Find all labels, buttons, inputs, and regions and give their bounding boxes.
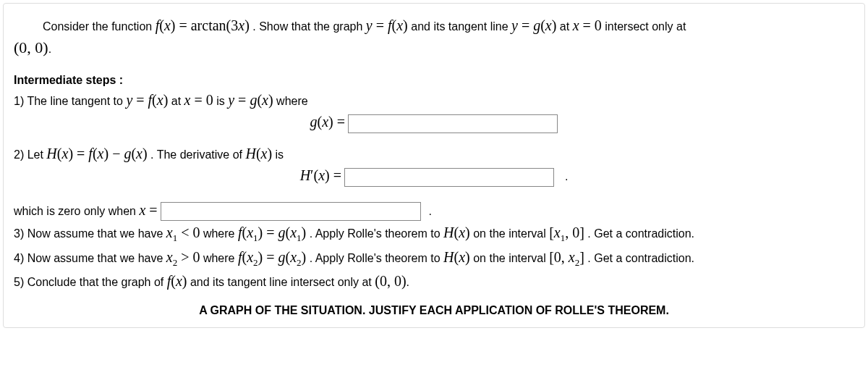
- step3-mid3: on the interval: [473, 227, 549, 240]
- step2-eq-row: H′(x) = .: [14, 165, 854, 187]
- step3-line: 3) Now assume that we have x1 < 0 where …: [14, 222, 854, 245]
- problem-card: Consider the function arctan f(x) = arct…: [3, 3, 865, 328]
- step5-fx: f(x): [167, 273, 187, 289]
- step1-lead: 1) The line tangent to: [14, 95, 126, 107]
- step1-line: 1) The line tangent to y = f(x) at x = 0…: [14, 90, 854, 110]
- intro-yfx: y = f(x): [366, 17, 408, 33]
- step3-tail: . Get a contradiction.: [587, 227, 694, 240]
- step2-Hdef: H(x) = f(x) − g(x): [46, 146, 147, 161]
- step1-mid2: is: [216, 95, 228, 107]
- step4-mid3: on the interval: [473, 252, 549, 264]
- step2-lead: 2) Let: [14, 148, 46, 161]
- step3-mid2: . Apply Rolle's theorem to: [310, 227, 443, 240]
- intro-x0: x = 0: [573, 17, 602, 33]
- intro-lead: Consider the function: [43, 20, 156, 33]
- step1-ygx: y = g(x): [228, 92, 273, 108]
- which-lead: which is zero only when: [14, 205, 139, 217]
- intro-ygx: y = g(x): [511, 17, 556, 33]
- step1-eq-row: g(x) =: [14, 112, 854, 133]
- step4-x2: x2 > 0: [166, 249, 200, 265]
- step2-mid2: is: [276, 148, 284, 161]
- step4-tail: . Get a contradiction.: [587, 252, 694, 264]
- which-xeq: x =: [139, 202, 157, 218]
- step2-Hprime-eq: H′(x) =: [300, 167, 341, 183]
- step4-mid1: where: [203, 252, 238, 264]
- step2-line: 2) Let H(x) = f(x) − g(x) . The derivati…: [14, 143, 854, 164]
- intro-mid2: and its tangent line: [411, 20, 511, 33]
- step1-mid3: where: [276, 95, 308, 107]
- steps-header: Intermediate steps :: [14, 72, 854, 88]
- step1-gx-input[interactable]: [348, 114, 558, 133]
- intro-mid1: . Show that the graph: [252, 20, 366, 33]
- step5-period: .: [407, 276, 409, 288]
- step3-x1: x1 < 0: [166, 224, 200, 240]
- step3-mid1: where: [203, 227, 238, 240]
- intro-origin: (0, 0): [14, 38, 48, 56]
- step4-lead: 4) Now assume that we have: [14, 252, 166, 264]
- footer-instruction: A GRAPH OF THE SITUATION. JUSTIFY EACH A…: [14, 303, 854, 319]
- step2-Hprime-input[interactable]: [344, 168, 554, 187]
- intro-mid4: intersect only at: [605, 20, 686, 33]
- step4-line: 4) Now assume that we have x2 > 0 where …: [14, 247, 854, 269]
- step2-period: .: [565, 170, 568, 182]
- step1-x0: x = 0: [184, 92, 213, 108]
- step4-int: [0, x2]: [549, 249, 584, 265]
- step4-mid2: . Apply Rolle's theorem to: [310, 252, 443, 264]
- which-line: which is zero only when x = .: [14, 200, 854, 222]
- intro-mid3: at: [560, 20, 573, 33]
- intro-origin-line: (0, 0).: [14, 37, 854, 59]
- step4-Hx: H(x): [443, 249, 470, 265]
- step5-lead: 5) Conclude that the graph of: [14, 276, 167, 288]
- step1-mid1: at: [171, 95, 184, 107]
- step5-origin: (0, 0): [375, 273, 406, 289]
- step2-mid1: . The derivative of: [150, 148, 245, 161]
- step4-fx2: f(x2) = g(x2): [238, 249, 306, 265]
- which-x-input[interactable]: [161, 202, 421, 221]
- which-period: .: [429, 205, 432, 217]
- intro-fdef-full: f(x) = arctan(3x): [156, 17, 250, 33]
- step3-Hx: H(x): [443, 224, 470, 240]
- step3-fx1: f(x1) = g(x1): [238, 224, 306, 240]
- step3-lead: 3) Now assume that we have: [14, 227, 166, 240]
- step1-gx-eq: g(x) =: [310, 114, 346, 130]
- intro-paragraph: Consider the function arctan f(x) = arct…: [14, 15, 854, 35]
- step5-mid1: and its tangent line intersect only at: [190, 276, 375, 288]
- step1-yfx: y = f(x): [126, 92, 168, 108]
- step3-int: [x1, 0]: [549, 224, 584, 240]
- intro-period: .: [48, 43, 51, 55]
- step5-line: 5) Conclude that the graph of f(x) and i…: [14, 271, 854, 291]
- step2-Hx: H(x): [245, 146, 272, 161]
